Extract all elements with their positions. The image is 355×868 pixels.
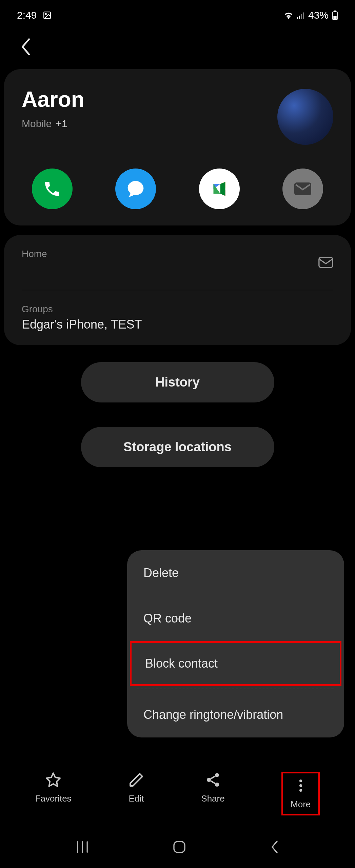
popup-divider [137,689,334,689]
edit-label: Edit [129,793,144,804]
home-value [22,262,47,276]
video-button[interactable] [199,169,240,209]
menu-block-contact[interactable]: Block contact [132,643,340,684]
menu-change-ringtone[interactable]: Change ringtone/vibration [127,692,344,737]
wifi-icon [284,12,293,19]
favorites-button[interactable]: Favorites [35,772,72,815]
svg-point-11 [215,773,219,777]
svg-point-14 [299,780,302,782]
status-bar: 2:49 43% [0,0,355,28]
share-label: Share [201,793,224,804]
back-nav-button[interactable] [270,840,279,854]
pencil-icon [128,772,144,788]
svg-point-1 [45,14,46,15]
storage-button[interactable]: Storage locations [81,427,274,467]
svg-point-16 [299,789,302,792]
groups-label: Groups [22,304,333,315]
share-icon [205,772,221,788]
svg-point-15 [299,784,302,787]
menu-delete[interactable]: Delete [127,550,344,596]
contact-card: Aaron Mobile +1 [4,69,351,225]
svg-rect-4 [301,14,302,19]
svg-rect-20 [174,842,185,852]
svg-rect-5 [303,13,304,19]
menu-qr-code[interactable]: QR code [127,596,344,641]
phone-label: Mobile [22,118,52,130]
recents-button[interactable] [76,841,89,853]
status-time: 2:49 [17,9,37,21]
info-card: Home Groups Edgar's iPhone, TEST [4,235,351,345]
back-button[interactable] [0,28,355,69]
svg-rect-7 [334,11,336,12]
edit-button[interactable]: Edit [128,772,144,815]
svg-rect-2 [297,17,298,19]
battery-text: 43% [308,9,329,21]
more-icon [293,777,309,794]
more-button[interactable]: More [281,772,320,815]
phone-number: +1 [56,118,67,130]
contact-avatar[interactable] [277,89,333,145]
svg-rect-8 [333,16,336,19]
home-label: Home [22,249,47,259]
email-button[interactable] [282,169,323,209]
svg-point-12 [207,778,211,782]
share-button[interactable]: Share [201,772,224,815]
more-menu-popup: Delete QR code Block contact Change ring… [127,550,344,737]
email-icon[interactable] [318,257,333,268]
bottom-action-bar: Favorites Edit Share More [0,762,355,826]
call-button[interactable] [32,169,73,209]
more-label: More [291,799,311,810]
star-icon [45,772,61,788]
favorites-label: Favorites [35,793,72,804]
svg-point-13 [215,783,219,787]
contact-name: Aaron [22,87,84,112]
svg-rect-3 [299,16,300,19]
signal-icon [297,12,305,19]
highlight-block-contact: Block contact [130,641,341,686]
system-nav-bar [0,826,355,868]
gallery-icon [43,11,52,20]
battery-icon [332,11,338,20]
home-button[interactable] [173,840,186,854]
message-button[interactable] [115,169,156,209]
groups-value: Edgar's iPhone, TEST [22,317,333,332]
history-button[interactable]: History [81,362,274,402]
svg-rect-10 [319,257,333,267]
